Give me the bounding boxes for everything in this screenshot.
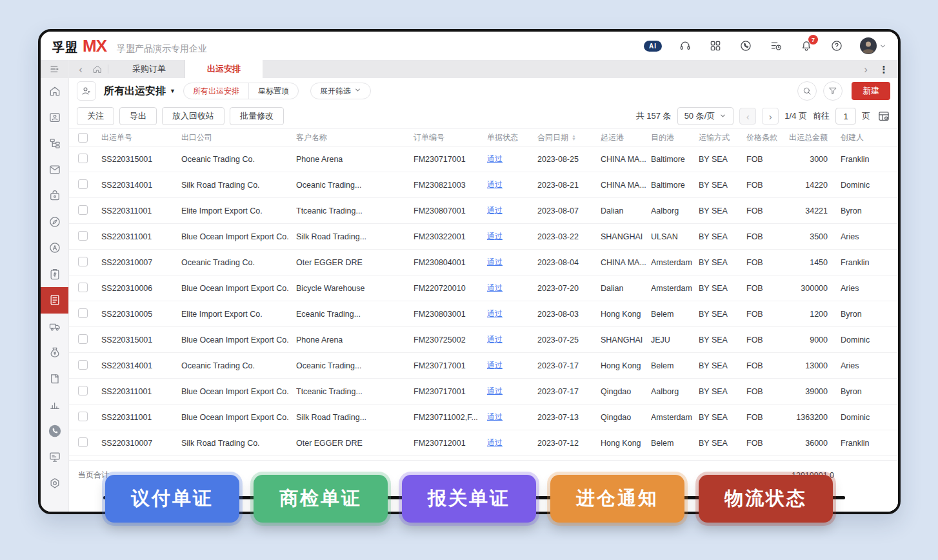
table-row[interactable]: SS220314001Silk Road Trading Co.Oceanic …	[69, 172, 898, 198]
create-button[interactable]: 新建	[852, 82, 890, 100]
table-row[interactable]: SS220315001Oceanic Trading Co.Phone Aren…	[69, 146, 898, 172]
phone-circle-icon[interactable]	[739, 39, 753, 53]
table-config-icon[interactable]	[877, 110, 890, 123]
table-row[interactable]: SS220310006Blue Ocean Import Export Co.B…	[69, 275, 898, 301]
table-row[interactable]: SS220310007Silk Road Trading Co.Oter EGG…	[69, 430, 898, 456]
row-checkbox[interactable]	[78, 334, 101, 346]
row-checkbox[interactable]	[78, 437, 101, 449]
headset-icon[interactable]	[678, 39, 692, 53]
back-chevron-icon[interactable]: ‹	[73, 61, 88, 77]
row-checkbox[interactable]	[78, 386, 101, 397]
doc-status[interactable]: 通过	[487, 412, 537, 423]
person-arrow-icon[interactable]	[77, 81, 96, 101]
prev-page-button[interactable]: ‹	[739, 108, 756, 125]
doc-status[interactable]: 通过	[487, 179, 537, 190]
sidebar-item-monitor[interactable]	[41, 444, 68, 470]
row-checkbox[interactable]	[78, 360, 101, 372]
overlay-button-2[interactable]: 商检单证	[254, 475, 388, 523]
action-button-1[interactable]: 关注	[77, 107, 114, 125]
doc-status[interactable]: 通过	[487, 308, 537, 319]
tab-1[interactable]: 采购订单	[114, 60, 185, 78]
table-row[interactable]: SS220311001Blue Ocean Import Export Co.S…	[69, 405, 898, 430]
table-row[interactable]: SS220310005Elite Import Export Co.Eceani…	[69, 301, 898, 327]
sidebar-item-home[interactable]	[41, 78, 68, 105]
row-checkbox[interactable]	[78, 308, 101, 320]
overlay-button-1[interactable]: 议付单证	[105, 475, 239, 523]
doc-status[interactable]: 通过	[487, 360, 537, 371]
doc-status[interactable]: 通过	[487, 231, 537, 242]
sidebar-item-order[interactable]	[41, 261, 68, 288]
row-checkbox[interactable]	[78, 205, 101, 217]
action-button-3[interactable]: 放入回收站	[162, 107, 225, 125]
next-page-button[interactable]: ›	[762, 108, 779, 125]
creator: Byron	[833, 387, 892, 396]
sidebar-item-whatsapp[interactable]	[41, 418, 68, 445]
help-icon[interactable]	[830, 39, 844, 53]
action-button-4[interactable]: 批量修改	[230, 107, 284, 125]
sidebar-item-org[interactable]	[41, 130, 68, 157]
home-icon[interactable]	[90, 61, 105, 77]
doc-status[interactable]: 通过	[487, 205, 537, 216]
view-selector[interactable]: 所有出运安排 ▼	[104, 85, 175, 98]
shipping-no: SS220311001	[101, 206, 181, 215]
doc-status[interactable]: 通过	[487, 283, 537, 294]
sidebar-item-product[interactable]	[41, 183, 68, 209]
kebab-icon[interactable]: ⋮	[876, 61, 892, 77]
filter-starred[interactable]: 星标置顶	[248, 83, 298, 99]
goto-page-input[interactable]	[835, 108, 856, 125]
sidebar-item-report-chart[interactable]	[41, 392, 68, 418]
collapse-menu-icon[interactable]	[41, 60, 68, 78]
transport-mode: BY SEA	[699, 335, 746, 345]
doc-status[interactable]: 通过	[487, 386, 537, 397]
task-list-icon[interactable]	[769, 39, 783, 53]
table-row[interactable]: SS220315001Blue Ocean Import Export Co.P…	[69, 327, 898, 353]
sidebar-item-contact[interactable]	[41, 105, 68, 131]
table-row[interactable]: SS220311001Blue Ocean Import Export Co.S…	[69, 224, 898, 250]
table-row[interactable]: SS220314001Oceanic Trading Co.Oceanic Tr…	[69, 353, 898, 379]
table-row[interactable]: SS220311001Blue Ocean Import Export Co.T…	[69, 379, 898, 405]
sidebar-item-money-bag[interactable]	[41, 339, 68, 366]
user-avatar[interactable]	[860, 37, 886, 54]
sidebar-item-marketing[interactable]	[41, 235, 68, 261]
sidebar-item-ledger[interactable]	[41, 366, 68, 392]
action-button-2[interactable]: 导出	[119, 107, 157, 125]
row-checkbox[interactable]	[78, 283, 101, 294]
overlay-button-5[interactable]: 物流状态	[699, 475, 833, 523]
forward-chevron-icon[interactable]: ›	[858, 61, 873, 77]
row-checkbox[interactable]	[78, 412, 101, 423]
table-row[interactable]: SS220311001Elite Import Export Co.Ttcean…	[69, 198, 898, 224]
bell-icon[interactable]: 7	[799, 39, 813, 53]
doc-status[interactable]: 通过	[487, 154, 537, 165]
apps-grid-icon[interactable]	[708, 39, 723, 53]
row-checkbox[interactable]	[78, 257, 101, 268]
row-checkbox[interactable]	[78, 231, 101, 243]
brand-name: 孚盟	[52, 39, 78, 56]
overlay-button-4[interactable]: 进仓通知	[550, 475, 684, 523]
row-checkbox[interactable]	[78, 154, 101, 165]
overlay-button-3[interactable]: 报关单证	[402, 475, 536, 523]
doc-status[interactable]: 通过	[487, 437, 537, 448]
sidebar-item-mail[interactable]	[41, 157, 68, 183]
filter-all-shipments[interactable]: 所有出运安排	[184, 83, 248, 99]
search-icon[interactable]	[797, 81, 817, 101]
order-no: FM230717001	[414, 387, 487, 396]
transport-mode: BY SEA	[699, 361, 746, 370]
doc-status[interactable]: 通过	[487, 257, 537, 268]
expand-filter-button[interactable]: 展开筛选	[310, 83, 371, 99]
departure-port: Dalian	[601, 206, 651, 215]
sort-icon[interactable]: ▲▼	[572, 134, 576, 141]
table-row[interactable]: SS220310007Oceanic Trading Co.Oter EGGER…	[69, 250, 898, 275]
row-checkbox[interactable]	[78, 179, 101, 191]
tab-2[interactable]: 出运安排	[185, 60, 263, 78]
price-term: FOB	[746, 258, 792, 267]
destination-port: Amsterdam	[651, 413, 699, 422]
ai-assistant-pill[interactable]: AI	[644, 41, 662, 52]
doc-status[interactable]: 通过	[487, 334, 537, 345]
sidebar-item-shipping-doc[interactable]	[41, 287, 68, 314]
funnel-icon[interactable]	[823, 81, 843, 101]
sidebar-item-truck[interactable]	[41, 314, 68, 340]
sidebar-item-compass[interactable]	[41, 209, 68, 235]
select-all-checkbox[interactable]	[78, 133, 101, 143]
page-size-select[interactable]: 50 条/页	[677, 107, 734, 125]
destination-port: Belem	[651, 361, 699, 370]
